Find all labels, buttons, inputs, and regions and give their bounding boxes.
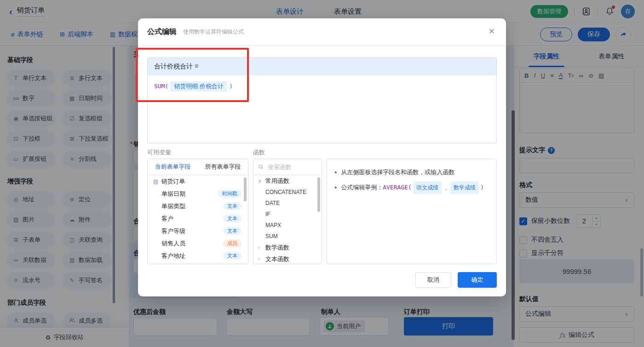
formula-expression[interactable]: SUM(销货明细.价税合计) [148,75,496,97]
example-chip-1: 语文成绩 [413,182,442,194]
functions-label: 函数 [253,148,265,157]
function-item-mapx[interactable]: MAPX [253,220,322,231]
chevron-down-icon: ∨ [258,178,263,183]
type-badge: 时间戳 [218,190,242,198]
function-group-label: 数学函数 [265,244,289,252]
modal-header: 公式编辑 使用数学运算符编辑公式 ✕ [138,18,506,46]
chevron-right-icon: › [258,256,263,262]
variable-root-row[interactable]: ▤ 销货订单 [148,175,248,188]
variable-row[interactable]: 客户地址文本 [148,250,248,262]
function-group-common[interactable]: ∨ 常用函数 [253,175,322,187]
function-item-if[interactable]: IF [253,209,322,220]
function-search [253,159,322,175]
form-doc-icon: ▤ [153,178,158,185]
example-function: AVERAGE( [383,184,412,191]
close-icon[interactable]: ✕ [489,28,495,35]
search-icon [258,164,264,170]
function-search-input[interactable] [267,163,315,171]
formula-edit-modal: 公式编辑 使用数学运算符编辑公式 ✕ 合计价税合计 = SUM(销货明细.价税合… [138,18,506,296]
variable-row[interactable]: 客户等级文本 [148,225,248,237]
function-group-label: 常用函数 [265,177,289,185]
help-line-1: • 从左侧面板选择字段名和函数，或输入函数 [334,166,489,178]
cancel-button[interactable]: 取消 [415,272,451,288]
tab-current-form-fields[interactable]: 当前表单字段 [148,163,198,171]
form-designer-app: ‹ 销货订单 表单设计 表单设置 数据管理 [0,0,644,347]
bullet-icon: • [334,166,337,178]
type-badge: 成员 [223,239,242,247]
tab-all-form-fields[interactable]: 所有表单字段 [198,163,248,171]
variables-scrollbar[interactable] [244,177,247,201]
formula-editor[interactable]: 合计价税合计 = SUM(销货明细.价税合计) [147,57,497,143]
variable-root-label: 销货订单 [161,177,185,186]
formula-target: 合计价税合计 = [148,58,496,75]
help-panel: • 从左侧面板选择字段名和函数，或输入函数 • 公式编辑举例：AVERAGE(语… [327,159,497,264]
variable-row[interactable]: 客户文本 [148,212,248,225]
variables-tabs: 当前表单字段 所有表单字段 [148,159,248,175]
formula-close-paren: ) [229,83,233,90]
confirm-button[interactable]: 确定 [458,272,497,288]
functions-scrollbar[interactable] [317,177,320,212]
variables-panel: 当前表单字段 所有表单字段 ▤ 销货订单 单据日期时间戳 单据类型文本 客户文本… [147,159,248,264]
function-item-date[interactable]: DATE [253,198,322,209]
variable-row[interactable]: 销售人员成员 [148,237,248,250]
type-badge: 文本 [223,252,242,260]
type-badge: 文本 [223,215,242,222]
functions-panel: ∨ 常用函数 CONCATENATE DATE IF MAPX SUM › 数学… [253,159,322,264]
function-group-label: 文本函数 [265,255,289,263]
variable-row[interactable]: 单据类型文本 [148,200,248,212]
formula-field-chip[interactable]: 销货明细.价税合计 [170,81,227,91]
variables-label: 可用变量 [147,148,171,157]
variable-row[interactable]: 单据日期时间戳 [148,188,248,200]
example-chip-2: 数学成绩 [450,182,479,194]
bullet-icon: • [334,182,337,194]
modal-subtitle: 使用数学运算符编辑公式 [183,28,244,36]
function-group-text[interactable]: › 文本函数 [253,253,322,264]
function-item-concatenate[interactable]: CONCATENATE [253,187,322,198]
modal-title: 公式编辑 [147,27,177,37]
type-badge: 文本 [223,202,242,210]
chevron-right-icon: › [258,245,263,250]
type-badge: 文本 [223,227,242,235]
formula-function: SUM( [154,83,168,90]
help-line-2: • 公式编辑举例：AVERAGE(语文成绩，数学成绩) [334,182,489,194]
function-item-sum[interactable]: SUM [253,231,322,242]
function-group-math[interactable]: › 数学函数 [253,242,322,253]
